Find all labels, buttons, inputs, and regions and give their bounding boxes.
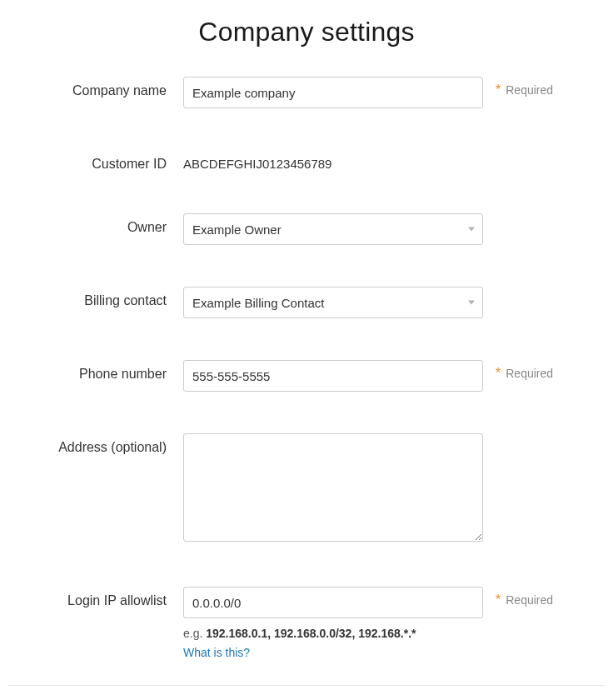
required-star-icon: * — [496, 83, 501, 97]
required-star-icon: * — [496, 367, 501, 380]
required-label: Required — [506, 83, 553, 97]
label-owner: Owner — [8, 213, 183, 235]
label-billing-contact: Billing contact — [8, 287, 183, 308]
input-company-name[interactable] — [183, 77, 483, 108]
input-login-ip-allowlist[interactable] — [183, 587, 483, 618]
divider — [8, 685, 605, 686]
label-company-name: Company name — [8, 77, 183, 98]
row-login-ip-allowlist: Login IP allowlist e.g. 192.168.0.1, 192… — [8, 587, 605, 662]
label-login-ip-allowlist: Login IP allowlist — [8, 587, 183, 608]
what-is-this-link[interactable]: What is this? — [183, 644, 250, 662]
label-customer-id: Customer ID — [8, 150, 183, 172]
hint-prefix: e.g. — [183, 627, 206, 640]
row-address: Address (optional) — [8, 433, 605, 545]
select-billing-contact[interactable]: Example Billing Contact — [183, 287, 483, 318]
row-owner: Owner Example Owner — [8, 213, 605, 245]
hint-example: 192.168.0.1, 192.168.0.0/32, 192.168.*.* — [206, 627, 416, 640]
label-address: Address (optional) — [8, 433, 183, 455]
input-phone-number[interactable] — [183, 360, 483, 392]
value-customer-id: ABCDEFGHIJ0123456789 — [183, 150, 483, 171]
required-star-icon: * — [496, 593, 501, 607]
textarea-address[interactable] — [183, 433, 483, 542]
row-customer-id: Customer ID ABCDEFGHIJ0123456789 — [8, 150, 605, 172]
select-owner[interactable]: Example Owner — [183, 213, 483, 245]
required-label: Required — [506, 367, 553, 380]
page-title: Company settings — [8, 17, 605, 48]
row-company-name: Company name * Required — [8, 77, 605, 108]
label-phone-number: Phone number — [8, 360, 183, 382]
row-billing-contact: Billing contact Example Billing Contact — [8, 287, 605, 318]
required-label: Required — [506, 593, 553, 607]
row-phone-number: Phone number * Required — [8, 360, 605, 392]
